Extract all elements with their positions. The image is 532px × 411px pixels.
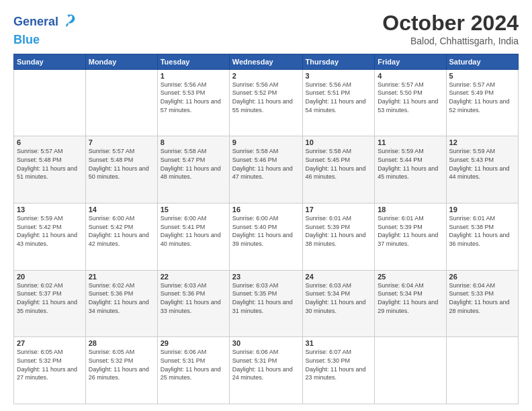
day-info: Sunrise: 5:57 AM Sunset: 5:48 PM Dayligh… <box>17 147 83 181</box>
day-number: 19 <box>449 205 515 214</box>
table-row: 6Sunrise: 5:57 AM Sunset: 5:48 PM Daylig… <box>14 136 86 203</box>
day-number: 13 <box>17 205 83 214</box>
day-number: 5 <box>449 72 515 80</box>
day-info: Sunrise: 6:06 AM Sunset: 5:31 PM Dayligh… <box>232 348 300 381</box>
calendar-table: Sunday Monday Tuesday Wednesday Thursday… <box>13 54 519 404</box>
table-row: 22Sunrise: 6:03 AM Sunset: 5:36 PM Dayli… <box>157 270 229 337</box>
day-number: 2 <box>232 72 300 80</box>
day-number: 25 <box>378 273 443 281</box>
header-thursday: Thursday <box>302 54 375 69</box>
logo-text-line1: General <box>13 15 58 29</box>
calendar-header-row: Sunday Monday Tuesday Wednesday Thursday… <box>14 54 519 69</box>
calendar-page: General Blue October 2024 Balod, Chhatti… <box>0 0 532 411</box>
day-info: Sunrise: 5:58 AM Sunset: 5:45 PM Dayligh… <box>306 147 372 181</box>
day-number: 21 <box>89 273 154 281</box>
day-number: 26 <box>449 273 515 281</box>
day-info: Sunrise: 6:03 AM Sunset: 5:35 PM Dayligh… <box>232 281 300 315</box>
day-info: Sunrise: 5:56 AM Sunset: 5:52 PM Dayligh… <box>232 81 300 114</box>
day-info: Sunrise: 5:58 AM Sunset: 5:46 PM Dayligh… <box>232 147 300 181</box>
logo: General Blue <box>13 11 79 47</box>
table-row: 4Sunrise: 5:57 AM Sunset: 5:50 PM Daylig… <box>375 69 446 136</box>
day-number: 14 <box>89 205 154 214</box>
header-saturday: Saturday <box>446 54 518 69</box>
day-info: Sunrise: 6:04 AM Sunset: 5:34 PM Dayligh… <box>378 281 443 315</box>
header-tuesday: Tuesday <box>157 54 229 69</box>
table-row: 12Sunrise: 5:59 AM Sunset: 5:43 PM Dayli… <box>446 136 518 203</box>
table-row <box>446 337 518 404</box>
table-row: 24Sunrise: 6:03 AM Sunset: 5:34 PM Dayli… <box>302 270 375 337</box>
table-row: 9Sunrise: 5:58 AM Sunset: 5:46 PM Daylig… <box>229 136 302 203</box>
day-number: 23 <box>232 273 300 281</box>
table-row: 8Sunrise: 5:58 AM Sunset: 5:47 PM Daylig… <box>157 136 229 203</box>
day-info: Sunrise: 6:02 AM Sunset: 5:37 PM Dayligh… <box>17 281 83 315</box>
table-row: 13Sunrise: 5:59 AM Sunset: 5:42 PM Dayli… <box>14 203 86 271</box>
day-info: Sunrise: 5:59 AM Sunset: 5:43 PM Dayligh… <box>449 147 515 181</box>
day-number: 11 <box>378 138 443 146</box>
table-row <box>85 69 157 136</box>
day-number: 9 <box>232 138 300 146</box>
location-label: Balod, Chhattisgarh, India <box>382 36 519 46</box>
day-number: 17 <box>306 205 372 214</box>
table-row: 2Sunrise: 5:56 AM Sunset: 5:52 PM Daylig… <box>229 69 302 136</box>
header-monday: Monday <box>85 54 157 69</box>
day-number: 28 <box>89 339 154 347</box>
day-number: 31 <box>306 339 372 347</box>
day-info: Sunrise: 6:03 AM Sunset: 5:36 PM Dayligh… <box>161 281 226 315</box>
day-info: Sunrise: 6:05 AM Sunset: 5:32 PM Dayligh… <box>17 348 83 381</box>
table-row: 30Sunrise: 6:06 AM Sunset: 5:31 PM Dayli… <box>229 337 302 404</box>
table-row: 20Sunrise: 6:02 AM Sunset: 5:37 PM Dayli… <box>14 270 86 337</box>
header-sunday: Sunday <box>14 54 86 69</box>
day-info: Sunrise: 5:57 AM Sunset: 5:48 PM Dayligh… <box>89 147 154 181</box>
day-info: Sunrise: 6:00 AM Sunset: 5:41 PM Dayligh… <box>161 214 226 248</box>
day-number: 22 <box>161 273 226 281</box>
table-row: 16Sunrise: 6:00 AM Sunset: 5:40 PM Dayli… <box>229 203 302 271</box>
day-number: 16 <box>232 205 300 214</box>
table-row: 11Sunrise: 5:59 AM Sunset: 5:44 PM Dayli… <box>375 136 446 203</box>
table-row: 7Sunrise: 5:57 AM Sunset: 5:48 PM Daylig… <box>85 136 157 203</box>
table-row: 21Sunrise: 6:02 AM Sunset: 5:36 PM Dayli… <box>85 270 157 337</box>
table-row <box>14 69 86 136</box>
day-info: Sunrise: 6:00 AM Sunset: 5:42 PM Dayligh… <box>89 214 154 248</box>
header-friday: Friday <box>375 54 446 69</box>
table-row: 26Sunrise: 6:04 AM Sunset: 5:33 PM Dayli… <box>446 270 518 337</box>
title-section: October 2024 Balod, Chhattisgarh, India <box>382 11 519 46</box>
logo-bird-icon <box>60 11 79 34</box>
table-row: 18Sunrise: 6:01 AM Sunset: 5:39 PM Dayli… <box>375 203 446 271</box>
day-number: 3 <box>306 72 372 80</box>
logo-text-line2: Blue <box>13 34 79 47</box>
day-number: 18 <box>378 205 443 214</box>
day-info: Sunrise: 6:07 AM Sunset: 5:30 PM Dayligh… <box>306 348 372 381</box>
day-info: Sunrise: 5:58 AM Sunset: 5:47 PM Dayligh… <box>161 147 226 181</box>
day-info: Sunrise: 6:00 AM Sunset: 5:40 PM Dayligh… <box>232 214 300 248</box>
table-row: 3Sunrise: 5:56 AM Sunset: 5:51 PM Daylig… <box>302 69 375 136</box>
day-info: Sunrise: 6:03 AM Sunset: 5:34 PM Dayligh… <box>306 281 372 315</box>
table-row: 28Sunrise: 6:05 AM Sunset: 5:32 PM Dayli… <box>85 337 157 404</box>
table-row: 31Sunrise: 6:07 AM Sunset: 5:30 PM Dayli… <box>302 337 375 404</box>
day-info: Sunrise: 5:57 AM Sunset: 5:50 PM Dayligh… <box>378 81 443 114</box>
table-row: 27Sunrise: 6:05 AM Sunset: 5:32 PM Dayli… <box>14 337 86 404</box>
day-number: 4 <box>378 72 443 80</box>
day-info: Sunrise: 5:59 AM Sunset: 5:44 PM Dayligh… <box>378 147 443 181</box>
day-number: 15 <box>161 205 226 214</box>
calendar-week-row: 1Sunrise: 5:56 AM Sunset: 5:53 PM Daylig… <box>14 69 519 136</box>
month-title: October 2024 <box>382 11 519 36</box>
day-info: Sunrise: 6:06 AM Sunset: 5:31 PM Dayligh… <box>161 348 226 381</box>
calendar-week-row: 27Sunrise: 6:05 AM Sunset: 5:32 PM Dayli… <box>14 337 519 404</box>
day-info: Sunrise: 6:01 AM Sunset: 5:39 PM Dayligh… <box>306 214 372 248</box>
day-number: 27 <box>17 339 83 347</box>
table-row: 25Sunrise: 6:04 AM Sunset: 5:34 PM Dayli… <box>375 270 446 337</box>
calendar-week-row: 6Sunrise: 5:57 AM Sunset: 5:48 PM Daylig… <box>14 136 519 203</box>
day-info: Sunrise: 6:04 AM Sunset: 5:33 PM Dayligh… <box>449 281 515 315</box>
day-number: 24 <box>306 273 372 281</box>
day-info: Sunrise: 5:56 AM Sunset: 5:51 PM Dayligh… <box>306 81 372 114</box>
table-row: 29Sunrise: 6:06 AM Sunset: 5:31 PM Dayli… <box>157 337 229 404</box>
calendar-week-row: 13Sunrise: 5:59 AM Sunset: 5:42 PM Dayli… <box>14 203 519 271</box>
table-row: 15Sunrise: 6:00 AM Sunset: 5:41 PM Dayli… <box>157 203 229 271</box>
day-number: 29 <box>161 339 226 347</box>
table-row: 17Sunrise: 6:01 AM Sunset: 5:39 PM Dayli… <box>302 203 375 271</box>
day-number: 8 <box>161 138 226 146</box>
table-row: 5Sunrise: 5:57 AM Sunset: 5:49 PM Daylig… <box>446 69 518 136</box>
day-info: Sunrise: 6:05 AM Sunset: 5:32 PM Dayligh… <box>89 348 154 381</box>
table-row: 1Sunrise: 5:56 AM Sunset: 5:53 PM Daylig… <box>157 69 229 136</box>
day-info: Sunrise: 5:56 AM Sunset: 5:53 PM Dayligh… <box>161 81 226 114</box>
